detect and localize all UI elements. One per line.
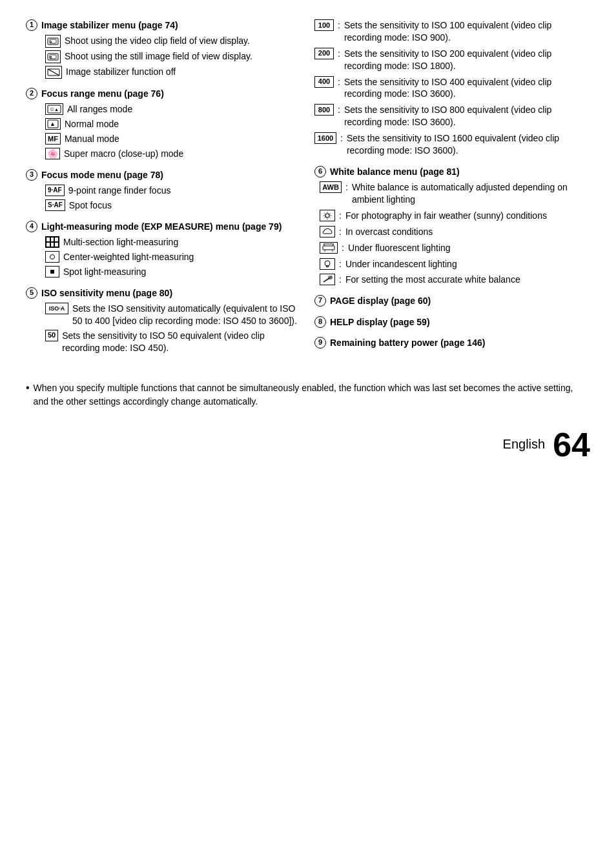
section-1-items: A Shoot using the video clip field of vi…: [45, 35, 302, 79]
section-8-title: HELP display (page 59): [330, 316, 430, 328]
svg-line-18: [325, 213, 325, 214]
sun-text: For photography in fair weather (sunny) …: [345, 210, 590, 222]
cloud-text: In overcast conditions: [345, 226, 590, 238]
spot-light-icon: [45, 266, 59, 278]
iso-1600-text: Sets the sensitivity to ISO 1600 equival…: [347, 132, 590, 157]
mf-icon: MF: [45, 133, 61, 145]
section-9-header: 9 Remaining battery power (page 146): [314, 337, 590, 348]
iso-auto-text: Sets the ISO sensitivity automatically (…: [72, 303, 302, 327]
list-item: 🌸 Super macro (close-up) mode: [45, 148, 302, 160]
colon: :: [338, 48, 340, 60]
multi-section-text: Multi-section light-measuring: [63, 236, 302, 248]
list-item: Multi-section light-measuring: [45, 236, 302, 248]
section-7-num: 7: [314, 295, 326, 307]
section-page-display: 7 PAGE display (page 60): [314, 295, 590, 307]
section-3-header: 3 Focus mode menu (page 78): [26, 169, 302, 181]
list-item: 50 Sets the sensitivity to ISO 50 equiva…: [45, 330, 302, 354]
section-4-title: Light-measuring mode (EXP MEASURE) menu …: [41, 221, 282, 232]
svg-point-28: [325, 261, 330, 266]
svg-text:▲: ▲: [54, 107, 59, 112]
section-6-header: 6 White balance menu (page 81): [314, 166, 590, 177]
iso-100-icon: 100: [314, 19, 334, 31]
stab-off-text: Image stabilizer function off: [66, 66, 302, 78]
left-column: 1 Image stabilizer menu (page 74) A Shoo…: [26, 19, 302, 363]
normal-af-icon: ▲: [45, 118, 61, 130]
list-item: AWB : White balance is automatically adj…: [320, 181, 590, 206]
manwb-icon: [320, 274, 335, 285]
section-1-num: 1: [26, 19, 37, 31]
section-battery: 9 Remaining battery power (page 146): [314, 337, 590, 348]
awb-text: White balance is automatically adjusted …: [352, 181, 590, 206]
colon: :: [338, 104, 340, 116]
awb-icon: AWB: [320, 181, 342, 193]
colon: :: [340, 132, 343, 145]
video-stab-a-text: Shoot using the video clip field of view…: [65, 35, 302, 47]
all-ranges-text: All ranges mode: [67, 103, 302, 116]
center-weighted-text: Center-weighted light-measuring: [63, 251, 302, 263]
colon: :: [342, 242, 344, 254]
svg-line-19: [330, 217, 331, 217]
fluor-text: Under fluorescent lighting: [348, 242, 590, 254]
colon: :: [339, 274, 342, 286]
center-weighted-icon: [45, 251, 59, 263]
all-ranges-svg: ☺ ▲: [47, 105, 61, 114]
list-item: : In overcast conditions: [320, 226, 590, 238]
list-item: Image stabilizer function off: [45, 66, 302, 79]
section-1-header: 1 Image stabilizer menu (page 74): [26, 19, 302, 31]
iso-200-icon: 200: [314, 48, 334, 59]
all-ranges-icon: ☺ ▲: [45, 103, 63, 115]
normal-af-text: Normal mode: [65, 118, 302, 130]
section-9-title: Remaining battery power (page 146): [330, 337, 485, 348]
svg-line-20: [330, 213, 331, 214]
section-3-items: 9·AF 9-point range finder focus S·AF Spo…: [45, 185, 302, 212]
section-2-header: 2 Focus range menu (page 76): [26, 88, 302, 99]
section-focus-range: 2 Focus range menu (page 76) ☺ ▲ All ran…: [26, 88, 302, 160]
section-5-header: 5 ISO sensitivity menu (page 80): [26, 287, 302, 299]
list-item: ☺ ▲ All ranges mode: [45, 103, 302, 116]
sun-icon: [320, 210, 335, 221]
macro-icon: 🌸: [45, 148, 60, 159]
section-iso: 5 ISO sensitivity menu (page 80) ISO·A S…: [26, 287, 302, 354]
list-item: B Shoot using the still image field of v…: [45, 50, 302, 63]
iso-100-text: Sets the sensitivity to ISO 100 equivale…: [344, 19, 590, 44]
colon: :: [345, 181, 348, 194]
list-item: Spot light-measuring: [45, 266, 302, 278]
iso-400-text: Sets the sensitivity to ISO 400 equivale…: [344, 76, 590, 101]
incan-text: Under incandescent lighting: [345, 258, 590, 270]
fluor-svg: [322, 243, 336, 252]
section-4-num: 4: [26, 221, 37, 232]
iso-continuation-items: 100 : Sets the sensitivity to ISO 100 eq…: [314, 19, 590, 157]
iso-50-icon: 50: [45, 330, 58, 341]
svg-text:B: B: [50, 56, 52, 59]
section-9-num: 9: [314, 337, 326, 348]
list-item: 800 : Sets the sensitivity to ISO 800 eq…: [314, 104, 590, 128]
saf-icon: S·AF: [45, 199, 65, 211]
fluor-icon: [320, 242, 338, 254]
list-item: : Under incandescent lighting: [320, 258, 590, 270]
page-number: 64: [553, 428, 590, 461]
main-content: 1 Image stabilizer menu (page 74) A Shoo…: [26, 19, 590, 363]
iso-200-text: Sets the sensitivity to ISO 200 equivale…: [344, 48, 590, 72]
page-footer: English 64: [26, 428, 590, 461]
normal-af-svg: ▲: [47, 119, 59, 128]
stab-b-svg: B: [47, 52, 59, 61]
section-5-items: ISO·A Sets the ISO sensitivity automatic…: [45, 303, 302, 354]
colon: :: [338, 19, 340, 32]
list-item: 400 : Sets the sensitivity to ISO 400 eq…: [314, 76, 590, 101]
list-item: : For photography in fair weather (sunny…: [320, 210, 590, 222]
list-item: : Under fluorescent lighting: [320, 242, 590, 254]
section-6-num: 6: [314, 166, 326, 177]
section-7-title: PAGE display (page 60): [330, 295, 431, 307]
colon: :: [339, 210, 342, 222]
sun-svg: [322, 211, 333, 220]
section-image-stabilizer: 1 Image stabilizer menu (page 74) A Shoo…: [26, 19, 302, 79]
section-8-num: 8: [314, 316, 326, 328]
footer-note: • When you specify multiple functions th…: [26, 379, 590, 409]
section-white-balance: 6 White balance menu (page 81) AWB : Whi…: [314, 166, 590, 286]
list-item: 9·AF 9-point range finder focus: [45, 185, 302, 197]
stab-off-svg: [47, 68, 60, 77]
svg-line-21: [325, 217, 325, 217]
cloud-svg: [322, 227, 333, 236]
svg-text:▲: ▲: [50, 121, 56, 127]
section-6-items: AWB : White balance is automatically adj…: [320, 181, 590, 286]
